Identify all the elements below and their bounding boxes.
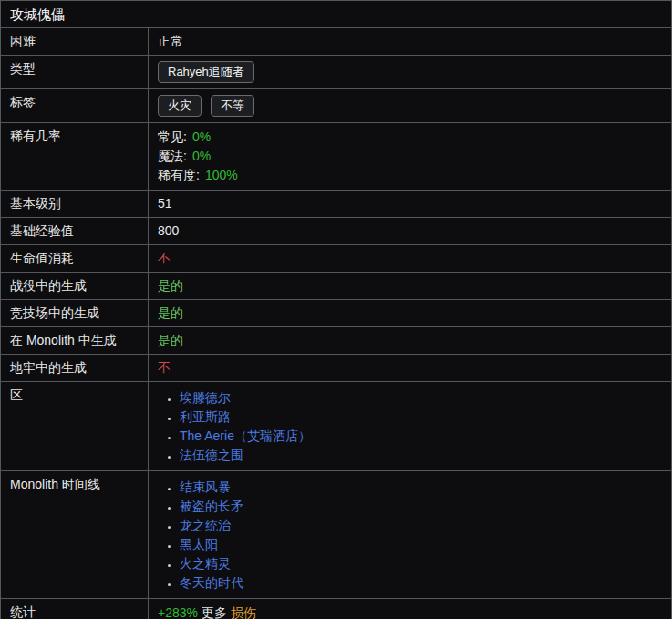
table-row-rarity: 稀有几率 常见:0% 魔法:0% 稀有度:100%	[1, 123, 672, 191]
tag-unequal[interactable]: 不等	[211, 95, 254, 117]
zone-link-liath-road[interactable]: 利亚斯路	[180, 409, 231, 424]
table-row-stats: 统计 +283%更多损伤 1感知不重要修饰符 20%少随时间推移的损坏	[1, 599, 672, 619]
stat-line-more-damage: +283%更多损伤	[158, 604, 662, 619]
monolith-spawn-label: 在 Monolith 中生成	[1, 327, 149, 355]
arena-spawn-value: 是的	[149, 300, 672, 327]
timeline-link-spirits-of-fire[interactable]: 火之精灵	[180, 556, 231, 571]
list-item: 结束风暴	[180, 478, 662, 496]
type-value: Rahyeh追随者	[149, 56, 672, 89]
base-xp-label: 基础经验值	[1, 218, 149, 245]
list-item: 龙之统治	[180, 516, 662, 534]
table-row-base-level: 基本级别 51	[1, 191, 672, 218]
zones-list: 埃滕德尔 利亚斯路 The Aerie（艾瑞酒店） 法伍德之围	[158, 388, 662, 464]
timeline-link-ending-the-storm[interactable]: 结束风暴	[180, 480, 231, 494]
rarity-rare-name: 稀有度:	[158, 168, 200, 182]
dungeon-spawn-label: 地牢中的生成	[1, 355, 149, 382]
list-item: 火之精灵	[180, 554, 662, 573]
stat-term: 损伤	[231, 605, 256, 619]
base-level-value: 51	[149, 191, 672, 218]
tags-value: 火灾 不等	[149, 89, 672, 123]
page-title: 攻城傀儡	[1, 1, 672, 28]
dungeon-spawn-value: 不	[149, 355, 672, 382]
rarity-magic-name: 魔法:	[158, 149, 187, 163]
timeline-link-reign-of-dragons[interactable]: 龙之统治	[180, 518, 231, 532]
list-item: 埃滕德尔	[180, 388, 662, 407]
stats-value: +283%更多损伤 1感知不重要修饰符 20%少随时间推移的损坏	[149, 599, 672, 619]
timeline-link-stolen-lance[interactable]: 被盗的长矛	[180, 499, 243, 513]
table-row-campaign-spawn: 战役中的生成 是的	[1, 273, 672, 300]
timeline-link-black-sun[interactable]: 黑太阳	[180, 537, 218, 552]
list-item: 利亚斯路	[180, 408, 662, 426]
timelines-list: 结束风暴 被盗的长矛 龙之统治 黑太阳 火之精灵 冬天的时代	[158, 478, 662, 592]
monolith-spawn-value: 是的	[149, 327, 672, 355]
stat-modifier: 更多	[202, 605, 227, 619]
zone-link-farwood-siege[interactable]: 法伍德之围	[180, 448, 243, 462]
monster-infobox-page: 攻城傀儡 困难 正常 类型 Rahyeh追随者 标签 火灾 不等 稀有几率 常见…	[0, 0, 672, 619]
rarity-rare-pct: 100%	[205, 168, 238, 182]
table-row-base-xp: 基础经验值 800	[1, 218, 672, 245]
zone-link-the-aerie[interactable]: The Aerie（艾瑞酒店）	[180, 428, 311, 443]
type-label: 类型	[1, 56, 149, 89]
rarity-magic-pct: 0%	[192, 149, 211, 163]
list-item: 黑太阳	[180, 535, 662, 553]
table-row-dungeon-spawn: 地牢中的生成 不	[1, 355, 672, 382]
zones-value: 埃滕德尔 利亚斯路 The Aerie（艾瑞酒店） 法伍德之围	[149, 382, 672, 471]
table-row-health-drain: 生命值消耗 不	[1, 245, 672, 273]
list-item: 被盗的长矛	[180, 497, 662, 515]
monster-infobox-table: 攻城傀儡 困难 正常 类型 Rahyeh追随者 标签 火灾 不等 稀有几率 常见…	[0, 0, 672, 619]
campaign-spawn-value: 是的	[149, 273, 672, 300]
stats-label: 统计	[1, 599, 149, 619]
zone-link-etendell[interactable]: 埃滕德尔	[180, 390, 231, 405]
table-row-monolith-spawn: 在 Monolith 中生成 是的	[1, 327, 672, 355]
difficulty-value: 正常	[149, 28, 672, 56]
table-row-arena-spawn: 竞技场中的生成 是的	[1, 300, 672, 327]
list-item: The Aerie（艾瑞酒店）	[180, 427, 662, 445]
rarity-magic-line: 魔法:0%	[158, 147, 662, 166]
base-level-label: 基本级别	[1, 191, 149, 218]
table-row-tags: 标签 火灾 不等	[1, 89, 672, 123]
tag-fire[interactable]: 火灾	[158, 95, 202, 117]
rarity-rare-line: 稀有度:100%	[158, 166, 662, 185]
rarity-common-line: 常见:0%	[158, 128, 662, 147]
table-row-zones: 区 埃滕德尔 利亚斯路 The Aerie（艾瑞酒店） 法伍德之围	[1, 382, 672, 471]
campaign-spawn-label: 战役中的生成	[1, 273, 149, 300]
tags-label: 标签	[1, 89, 149, 123]
timelines-value: 结束风暴 被盗的长矛 龙之统治 黑太阳 火之精灵 冬天的时代	[149, 471, 672, 599]
rarity-value: 常见:0% 魔法:0% 稀有度:100%	[149, 123, 672, 191]
rarity-common-pct: 0%	[192, 129, 211, 144]
table-row-type: 类型 Rahyeh追随者	[1, 56, 672, 89]
table-row-difficulty: 困难 正常	[1, 28, 672, 56]
rarity-label: 稀有几率	[1, 123, 149, 191]
zones-label: 区	[1, 382, 149, 471]
type-tag-rahyeh[interactable]: Rahyeh追随者	[158, 61, 254, 83]
rarity-common-name: 常见:	[158, 129, 187, 144]
timelines-label: Monolith 时间线	[1, 471, 149, 599]
difficulty-label: 困难	[1, 28, 149, 56]
list-item: 法伍德之围	[180, 446, 662, 464]
stat-value: +283%	[158, 605, 198, 619]
timeline-link-age-of-winter[interactable]: 冬天的时代	[180, 575, 243, 590]
table-row-timelines: Monolith 时间线 结束风暴 被盗的长矛 龙之统治 黑太阳 火之精灵 冬天…	[1, 471, 672, 599]
list-item: 冬天的时代	[180, 573, 662, 592]
health-drain-label: 生命值消耗	[1, 245, 149, 273]
table-row-title: 攻城傀儡	[1, 1, 672, 28]
base-xp-value: 800	[149, 218, 672, 245]
health-drain-value: 不	[149, 245, 672, 273]
arena-spawn-label: 竞技场中的生成	[1, 300, 149, 327]
